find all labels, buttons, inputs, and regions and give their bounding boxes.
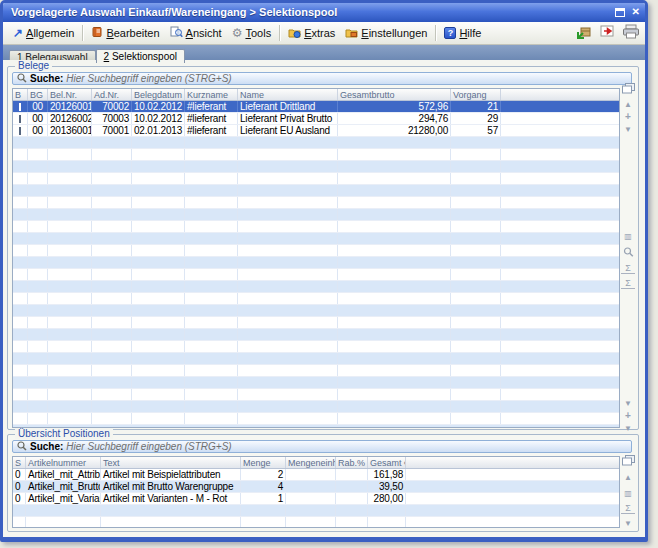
card-view-icon[interactable]: ▥ <box>621 489 635 499</box>
empty-row[interactable] <box>13 209 619 221</box>
column-header[interactable]: B <box>13 89 28 100</box>
empty-row[interactable] <box>13 197 619 209</box>
sum-icon[interactable]: Σ <box>621 263 635 274</box>
search-icon <box>17 73 27 85</box>
empty-row[interactable] <box>13 517 619 528</box>
menu-allgemein[interactable]: ↗ Allgemein <box>8 25 79 41</box>
empty-row[interactable] <box>13 505 619 517</box>
belege-group-label: Belege <box>15 60 52 71</box>
column-header[interactable]: Name <box>238 89 338 100</box>
scroll-down-icon[interactable]: ▼ <box>621 399 635 409</box>
positionen-group: Übersicht Positionen Suche: Hier Suchbeg… <box>7 434 639 532</box>
empty-row[interactable] <box>13 173 619 185</box>
menu-tools[interactable]: ⚙ Tools <box>227 25 276 41</box>
column-header[interactable]: Menge <box>241 457 286 468</box>
tab-strip: 1 Belegauswahl2 Selektionspool <box>3 45 645 60</box>
printer-icon[interactable] <box>622 24 640 43</box>
empty-row[interactable] <box>13 353 619 365</box>
column-header[interactable]: BG <box>28 89 48 100</box>
arrow-ne-icon: ↗ <box>13 27 23 39</box>
empty-row[interactable] <box>13 341 619 353</box>
menu-einstellungen[interactable]: Einstellungen <box>340 25 432 42</box>
empty-row[interactable] <box>13 233 619 245</box>
scroll-bottom-icon[interactable]: ▼ <box>621 424 635 434</box>
card-view-icon[interactable]: ▥ <box>621 232 635 242</box>
menu-bar: ↗ Allgemein Bearbeiten Ansicht ⚙ Tools E… <box>3 22 645 45</box>
gear-icon: ⚙ <box>232 27 243 39</box>
empty-row[interactable] <box>13 161 619 173</box>
empty-row[interactable] <box>13 185 619 197</box>
beleg-row-selected[interactable]: 00 20126001 70002 10.02.2012 /Fr #liefer… <box>13 101 619 113</box>
search-icon <box>17 441 27 453</box>
column-header[interactable]: Artikelnummer <box>26 457 101 468</box>
column-chooser-icon[interactable] <box>621 455 635 469</box>
content-panel: Belege Suche: Hier Suchbegriff eingeben … <box>3 60 645 537</box>
empty-row[interactable] <box>13 305 619 317</box>
beleg-row[interactable]: 00 20136001 70001 02.01.2013 /Mi #liefer… <box>13 125 619 137</box>
empty-row[interactable] <box>13 293 619 305</box>
menu-bearbeiten[interactable]: Bearbeiten <box>86 24 164 42</box>
belege-search-input[interactable]: Suche: Hier Suchbegriff eingeben (STRG+S… <box>12 72 632 85</box>
magnifier-document-icon <box>170 26 183 40</box>
scroll-top-icon[interactable]: ▲ <box>621 100 635 110</box>
menu-separator <box>279 25 280 41</box>
empty-row[interactable] <box>13 221 619 233</box>
title-bar[interactable]: Vorgelagerte Auswahl Einkauf/Wareneingan… <box>3 3 645 22</box>
column-header-filler <box>406 457 619 468</box>
export-document-icon[interactable] <box>599 24 616 43</box>
empty-row[interactable] <box>13 137 619 149</box>
zoom-icon[interactable] <box>621 247 635 261</box>
app-window: Vorgelagerte Auswahl Einkauf/Wareneingan… <box>0 0 648 542</box>
folder-ball-icon <box>288 27 301 40</box>
empty-row[interactable] <box>13 149 619 161</box>
belege-grid-header: B BG Bel.Nr. Ad.Nr. Belegdatum Kurzname … <box>13 89 619 101</box>
empty-row[interactable] <box>13 245 619 257</box>
empty-row[interactable] <box>13 389 619 401</box>
positionen-search-input[interactable]: Suche: Hier Suchbegriff eingeben (STRG+S… <box>12 440 632 453</box>
empty-row[interactable] <box>13 281 619 293</box>
position-row[interactable]: 0 Artikel_mit_Varianten Artikel mit Vari… <box>13 493 619 505</box>
column-header[interactable]: Gesamt € <box>368 457 406 468</box>
column-header[interactable]: Rab.% <box>336 457 368 468</box>
close-window-icon[interactable]: ✕ <box>632 6 640 18</box>
menu-extras[interactable]: Extras <box>283 25 340 42</box>
column-header[interactable]: Bel.Nr. <box>48 89 92 100</box>
empty-row[interactable] <box>13 317 619 329</box>
empty-row[interactable] <box>13 329 619 341</box>
scroll-top-icon[interactable]: ▲ <box>621 473 635 483</box>
column-header[interactable]: Kurzname <box>185 89 238 100</box>
positionen-grid-header: S Artikelnummer Text Menge Mengeneinheit… <box>13 457 619 469</box>
empty-row[interactable] <box>13 365 619 377</box>
column-header[interactable]: Ad.Nr. <box>92 89 132 100</box>
sum-selection-icon[interactable]: Σ <box>621 278 635 289</box>
belege-group: Belege Suche: Hier Suchbegriff eingeben … <box>7 66 639 430</box>
column-chooser-icon[interactable] <box>621 83 635 97</box>
empty-row[interactable] <box>13 269 619 281</box>
add-row-icon[interactable]: + <box>621 112 635 122</box>
restore-window-icon[interactable] <box>615 8 625 17</box>
column-header-filler <box>501 89 619 100</box>
column-header[interactable]: Mengeneinheit <box>286 457 336 468</box>
column-header[interactable]: Text <box>101 457 241 468</box>
column-header[interactable]: Gesamtbrutto <box>338 89 451 100</box>
empty-row[interactable] <box>13 377 619 389</box>
position-row[interactable]: 0 Artikel_mit_Brutto_WG Artikel mit Brut… <box>13 481 619 493</box>
position-row[interactable]: 0 Artikel_mit_Attributen Artikel mit Bei… <box>13 469 619 481</box>
menu-hilfe[interactable]: ? Hilfe <box>439 25 486 41</box>
folder-settings-icon <box>345 27 358 40</box>
empty-row[interactable] <box>13 401 619 413</box>
beleg-type-icon <box>13 101 28 112</box>
empty-row[interactable] <box>13 257 619 269</box>
sum-icon[interactable]: Σ <box>621 503 635 514</box>
beleg-row[interactable]: 00 20126002 70003 10.02.2012 /Fr #liefer… <box>13 113 619 125</box>
menu-ansicht[interactable]: Ansicht <box>165 24 227 42</box>
tab-selektionspool[interactable]: 2 Selektionspool <box>96 49 185 63</box>
empty-row[interactable] <box>13 413 619 425</box>
column-header[interactable]: Belegdatum <box>132 89 185 100</box>
column-header[interactable]: S <box>13 457 26 468</box>
package-import-icon[interactable] <box>576 24 593 43</box>
column-header[interactable]: Vorgang <box>451 89 501 100</box>
scroll-down-icon[interactable]: ▼ <box>621 125 635 135</box>
scroll-down-icon[interactable]: ▼ <box>621 519 635 529</box>
add-row-icon[interactable]: + <box>621 411 635 421</box>
